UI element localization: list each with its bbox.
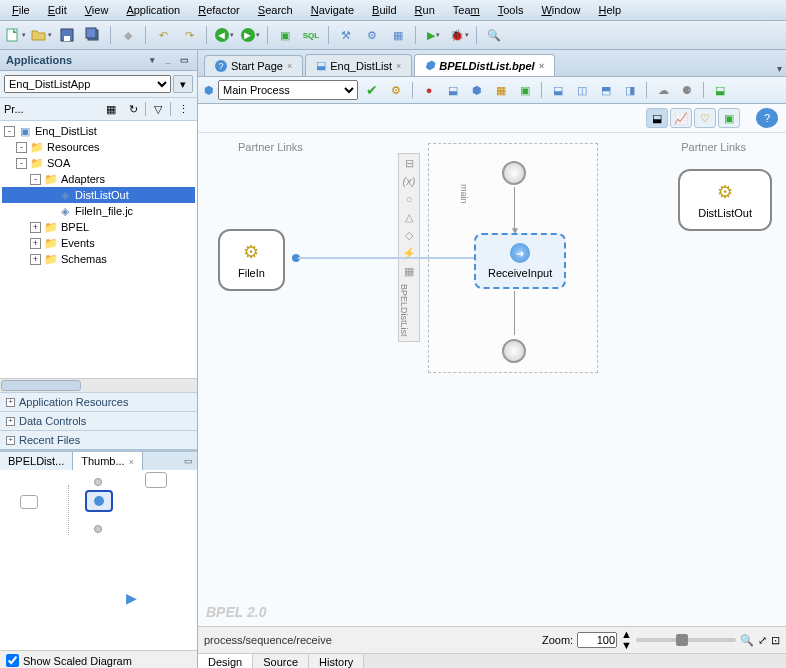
thumb-tab-bpeldist[interactable]: BPELDist... bbox=[0, 452, 73, 470]
tool-btn-4[interactable]: ⬢ bbox=[467, 80, 487, 100]
collapse-icon[interactable]: ⊟ bbox=[399, 154, 419, 172]
image-mode-btn[interactable]: ▣ bbox=[718, 108, 740, 128]
open-button[interactable]: ▾ bbox=[30, 24, 52, 46]
tool-btn-6[interactable]: ▣ bbox=[515, 80, 535, 100]
project-tree[interactable]: -▣Enq_DistList-📁Resources-📁SOA-📁Adapters… bbox=[0, 121, 197, 378]
build-button[interactable]: ⚒ bbox=[335, 24, 357, 46]
bpel-canvas[interactable]: Partner Links Partner Links ⚙ FileIn ⚙ D… bbox=[198, 133, 786, 626]
app-menu-button[interactable]: ▾ bbox=[173, 75, 193, 93]
tool-btn-8[interactable]: ◫ bbox=[572, 80, 592, 100]
zoom-input[interactable] bbox=[577, 632, 617, 648]
menu-application[interactable]: Application bbox=[118, 2, 188, 18]
menu-window[interactable]: Window bbox=[533, 2, 588, 18]
tree-find-btn[interactable]: ⋮ bbox=[173, 100, 193, 118]
tab-design[interactable]: Design bbox=[198, 654, 253, 668]
new-button[interactable]: ▾ bbox=[4, 24, 26, 46]
panel-menu-icon[interactable]: ▾ bbox=[145, 53, 159, 67]
tree-node-filein-file-jc[interactable]: ◈FileIn_file.jc bbox=[2, 203, 195, 219]
debug-button[interactable]: 🐞▾ bbox=[448, 24, 470, 46]
tree-node-resources[interactable]: -📁Resources bbox=[2, 139, 195, 155]
triangle-icon[interactable]: △ bbox=[399, 208, 419, 226]
thumb-tab-thumb[interactable]: Thumb...× bbox=[73, 452, 143, 470]
tree-filter-btn[interactable]: ▽ bbox=[148, 100, 168, 118]
thumb-restore-icon[interactable]: ▭ bbox=[184, 456, 193, 466]
tree-refresh-btn[interactable]: ↻ bbox=[123, 100, 143, 118]
tree-scrollbar[interactable] bbox=[0, 378, 197, 392]
end-node[interactable] bbox=[502, 339, 526, 363]
rebuild-button[interactable]: ⚙ bbox=[361, 24, 383, 46]
tree-node-events[interactable]: +📁Events bbox=[2, 235, 195, 251]
menu-edit[interactable]: Edit bbox=[40, 2, 75, 18]
projects-tab[interactable]: Pr... bbox=[4, 103, 24, 115]
save-all-button[interactable] bbox=[82, 24, 104, 46]
zoom-fit-icon[interactable]: 🔍 bbox=[740, 634, 754, 647]
db-icon[interactable]: ▣ bbox=[274, 24, 296, 46]
start-node[interactable] bbox=[502, 161, 526, 185]
tool-btn-13[interactable]: ⬓ bbox=[710, 80, 730, 100]
close-icon[interactable]: × bbox=[539, 61, 544, 71]
design-mode-btn[interactable]: ⬓ bbox=[646, 108, 668, 128]
tool-btn-9[interactable]: ⬒ bbox=[596, 80, 616, 100]
distlistout-partner[interactable]: ⚙ DistListOut bbox=[678, 169, 772, 231]
help-button[interactable]: ? bbox=[756, 108, 778, 128]
menu-run[interactable]: Run bbox=[407, 2, 443, 18]
tree-view-btn[interactable]: ▦ bbox=[101, 100, 121, 118]
filein-partner[interactable]: ⚙ FileIn bbox=[218, 229, 285, 291]
shield-icon[interactable]: ◆ bbox=[117, 24, 139, 46]
validate-button[interactable]: ✔ bbox=[362, 80, 382, 100]
accordion-recent-files[interactable]: +Recent Files bbox=[0, 430, 197, 449]
process-selector[interactable]: Main Process bbox=[218, 80, 358, 100]
tab-bpel-file[interactable]: ⬢ BPELDistList.bpel × bbox=[414, 54, 555, 76]
tool-btn-10[interactable]: ◨ bbox=[620, 80, 640, 100]
tab-start-page[interactable]: ? Start Page × bbox=[204, 55, 303, 76]
menu-tools[interactable]: Tools bbox=[490, 2, 532, 18]
tree-node-soa[interactable]: -📁SOA bbox=[2, 155, 195, 171]
back-button[interactable]: ◄▾ bbox=[213, 24, 235, 46]
menu-file[interactable]: File bbox=[4, 2, 38, 18]
redo-button[interactable]: ↷ bbox=[178, 24, 200, 46]
zoom-reset-icon[interactable]: ⊡ bbox=[771, 634, 780, 647]
restore-icon[interactable]: ▭ bbox=[177, 53, 191, 67]
tool-btn-7[interactable]: ⬓ bbox=[548, 80, 568, 100]
menu-help[interactable]: Help bbox=[591, 2, 630, 18]
tab-history[interactable]: History bbox=[309, 654, 364, 668]
tool-btn-11[interactable]: ☁ bbox=[653, 80, 673, 100]
thumbnail-canvas[interactable]: ▶ bbox=[0, 470, 197, 650]
minimize-icon[interactable]: _ bbox=[161, 53, 175, 67]
tool-btn-1[interactable]: ⚙ bbox=[386, 80, 406, 100]
menu-build[interactable]: Build bbox=[364, 2, 404, 18]
tool-btn-12[interactable]: ⚈ bbox=[677, 80, 697, 100]
tree-node-bpel[interactable]: +📁BPEL bbox=[2, 219, 195, 235]
config-button[interactable]: ▦ bbox=[387, 24, 409, 46]
grid-icon[interactable]: ▦ bbox=[399, 262, 419, 280]
monitor-mode-btn[interactable]: 📈 bbox=[670, 108, 692, 128]
tool-btn-3[interactable]: ⬓ bbox=[443, 80, 463, 100]
tree-node-adapters[interactable]: -📁Adapters bbox=[2, 171, 195, 187]
forward-button[interactable]: ►▾ bbox=[239, 24, 261, 46]
accordion-data-controls[interactable]: +Data Controls bbox=[0, 411, 197, 430]
circle-icon[interactable]: ○ bbox=[399, 190, 419, 208]
receive-input-activity[interactable]: ➜ ReceiveInput bbox=[474, 233, 566, 289]
tree-node-schemas[interactable]: +📁Schemas bbox=[2, 251, 195, 267]
menu-view[interactable]: View bbox=[77, 2, 117, 18]
zoom-spinner[interactable]: ▲▼ bbox=[621, 629, 632, 651]
test-mode-btn[interactable]: ♡ bbox=[694, 108, 716, 128]
show-scaled-checkbox[interactable] bbox=[6, 654, 19, 667]
diamond-icon[interactable]: ◇ bbox=[399, 226, 419, 244]
run-button[interactable]: ▶▾ bbox=[422, 24, 444, 46]
editor-menu-icon[interactable]: ▾ bbox=[777, 63, 782, 74]
zoom-expand-icon[interactable]: ⤢ bbox=[758, 634, 767, 647]
tree-node-distlistout[interactable]: ◈DistListOut bbox=[2, 187, 195, 203]
sql-icon[interactable]: SQL bbox=[300, 24, 322, 46]
menu-navigate[interactable]: Navigate bbox=[303, 2, 362, 18]
tree-node-enq-distlist[interactable]: -▣Enq_DistList bbox=[2, 123, 195, 139]
tool-btn-5[interactable]: ▦ bbox=[491, 80, 511, 100]
close-icon[interactable]: × bbox=[129, 457, 134, 467]
menu-team[interactable]: Team bbox=[445, 2, 488, 18]
application-selector[interactable]: Enq_DistListApp bbox=[4, 75, 171, 93]
menu-refactor[interactable]: Refactor bbox=[190, 2, 248, 18]
undo-button[interactable]: ↶ bbox=[152, 24, 174, 46]
search-button[interactable]: 🔍 bbox=[483, 24, 505, 46]
menu-search[interactable]: Search bbox=[250, 2, 301, 18]
tab-source[interactable]: Source bbox=[253, 654, 309, 668]
